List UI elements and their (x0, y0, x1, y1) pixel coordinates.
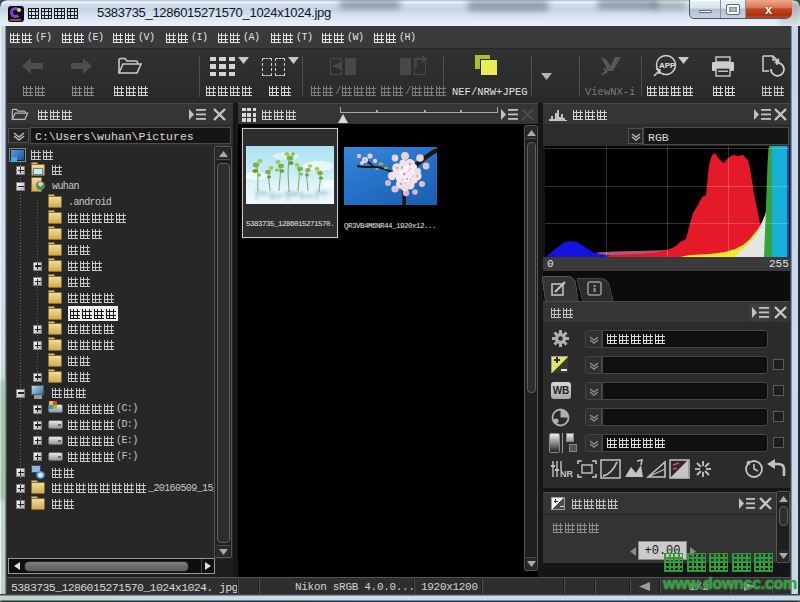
svg-text:APP: APP (659, 61, 676, 70)
svg-text:NR: NR (560, 469, 573, 479)
